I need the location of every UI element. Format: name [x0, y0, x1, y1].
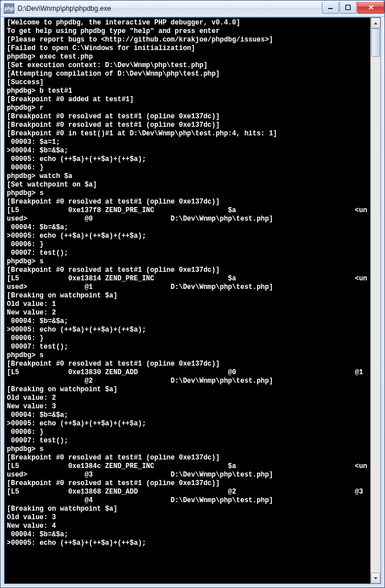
svg-rect-1	[346, 5, 350, 10]
titlebar[interactable]: php D:\Dev\Wnmp\php\phpdbg.exe	[1, 1, 384, 17]
application-window: php D:\Dev\Wnmp\php\phpdbg.exe [Welcome …	[0, 0, 385, 588]
console[interactable]: [Welcome to phpdbg, the interactive PHP …	[5, 18, 370, 583]
window-controls	[321, 2, 384, 13]
chevron-up-icon	[374, 22, 378, 24]
scroll-up-button[interactable]	[371, 18, 380, 28]
scroll-track[interactable]	[371, 28, 380, 573]
minimize-button[interactable]	[322, 2, 339, 14]
window-title: D:\Dev\Wnmp\php\phpdbg.exe	[18, 5, 321, 13]
maximize-icon	[345, 5, 351, 10]
close-button[interactable]	[357, 2, 384, 14]
console-output: [Welcome to phpdbg, the interactive PHP …	[7, 19, 370, 548]
scroll-thumb[interactable]	[371, 28, 380, 57]
app-icon: php	[4, 3, 14, 14]
minimize-icon	[328, 5, 333, 10]
scroll-down-button[interactable]	[371, 573, 380, 583]
maximize-button[interactable]	[340, 2, 357, 14]
chevron-down-icon	[374, 577, 378, 579]
vertical-scrollbar[interactable]	[370, 18, 380, 583]
svg-rect-0	[328, 8, 333, 9]
close-icon	[368, 5, 374, 10]
client-area: [Welcome to phpdbg, the interactive PHP …	[4, 17, 381, 584]
